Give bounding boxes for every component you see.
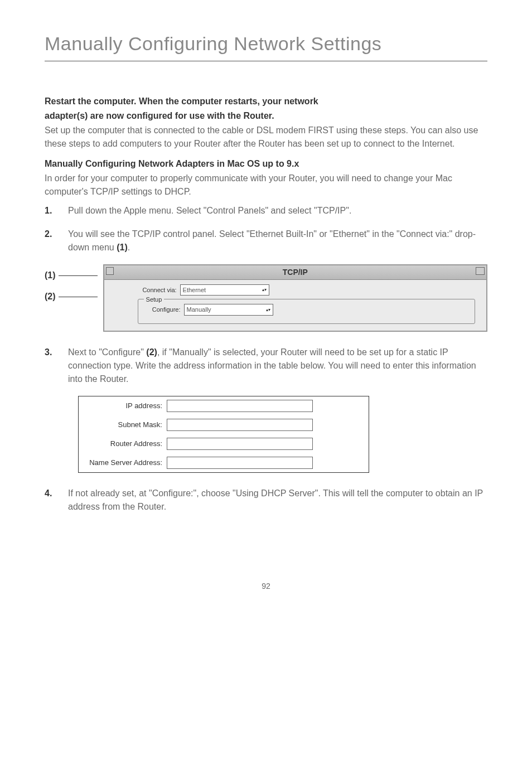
tcpip-diagram: (1) (2) TCP/IP Connect via: Ethernet ▴▾ …: [45, 264, 487, 332]
connect-via-select[interactable]: Ethernet ▴▾: [180, 284, 269, 296]
subnet-mask-input[interactable]: [167, 419, 313, 431]
step-4-number: 4.: [45, 487, 56, 514]
router-address-input[interactable]: [167, 438, 313, 450]
window-widget-icon[interactable]: [476, 267, 485, 275]
setup-paragraph: Set up the computer that is connected to…: [45, 124, 487, 151]
subnet-mask-label: Subnet Mask:: [84, 419, 167, 430]
step-1-text: Pull down the Apple menu. Select "Contro…: [68, 204, 487, 217]
step-3-number: 3.: [45, 346, 56, 386]
subnet-mask-row: Subnet Mask:: [79, 415, 369, 434]
setup-fieldset: Setup Configure: Manually ▴▾: [138, 299, 475, 324]
router-address-label: Router Address:: [84, 438, 167, 449]
chevron-updown-icon: ▴▾: [262, 287, 267, 293]
page-title: Manually Configuring Network Settings: [45, 30, 487, 58]
callout-2-line: [59, 297, 98, 297]
close-box-icon[interactable]: [106, 267, 114, 275]
step-2: 2. You will see the TCP/IP control panel…: [45, 227, 487, 254]
name-server-label: Name Server Address:: [84, 457, 167, 468]
connect-via-row: Connect via: Ethernet ▴▾: [138, 284, 475, 296]
step-3: 3. Next to "Configure" (2), if "Manually…: [45, 346, 487, 386]
callout-2: (2): [45, 290, 98, 303]
callout-1-text: (1): [45, 270, 56, 280]
restart-heading-line1: Restart the computer. When the computer …: [45, 95, 487, 108]
step-1: 1. Pull down the Apple menu. Select "Con…: [45, 204, 487, 217]
name-server-row: Name Server Address:: [79, 453, 369, 472]
configure-value: Manually: [187, 305, 211, 314]
step-4: 4. If not already set, at "Configure:", …: [45, 487, 487, 514]
callout-1-line: [59, 275, 98, 276]
configure-label: Configure:: [142, 305, 181, 314]
window-title: TCP/IP: [283, 268, 308, 277]
ip-address-input[interactable]: [167, 400, 313, 412]
name-server-input[interactable]: [167, 457, 313, 469]
configure-row: Configure: Manually ▴▾: [142, 304, 471, 316]
tcpip-window: TCP/IP Connect via: Ethernet ▴▾ Setup Co…: [103, 264, 487, 332]
manual-config-heading: Manually Configuring Network Adapters in…: [45, 157, 487, 171]
chevron-updown-icon: ▴▾: [266, 307, 270, 313]
setup-legend: Setup: [144, 295, 165, 304]
manual-intro-text: In order for your computer to properly c…: [45, 172, 487, 199]
tcpip-body: Connect via: Ethernet ▴▾ Setup Configure…: [104, 280, 486, 331]
callout-1: (1): [45, 269, 98, 282]
step-3-ref: (2): [146, 347, 157, 357]
step-3-text: Next to "Configure" (2), if "Manually" i…: [68, 346, 487, 386]
ip-address-row: IP address:: [79, 396, 369, 415]
callout-2-text: (2): [45, 292, 56, 301]
address-form-table: IP address: Subnet Mask: Router Address:…: [78, 396, 369, 473]
restart-heading-line2: adapter(s) are now configured for use wi…: [45, 109, 487, 123]
step-4-text: If not already set, at "Configure:", cho…: [68, 487, 487, 514]
router-address-row: Router Address:: [79, 434, 369, 453]
ip-address-label: IP address:: [84, 400, 167, 412]
step-1-number: 1.: [45, 204, 56, 217]
connect-via-value: Ethernet: [183, 285, 206, 295]
title-underline: [45, 61, 487, 61]
step-2-number: 2.: [45, 227, 56, 254]
diagram-callout-labels: (1) (2): [45, 264, 103, 303]
page-number: 92: [45, 580, 487, 592]
step-2-suffix: .: [128, 243, 130, 252]
step-2-ref: (1): [117, 243, 128, 252]
configure-select[interactable]: Manually ▴▾: [184, 304, 273, 316]
tcpip-titlebar: TCP/IP: [104, 265, 486, 280]
step-2-text: You will see the TCP/IP control panel. S…: [68, 227, 487, 254]
connect-via-label: Connect via:: [138, 285, 177, 295]
step-3-prefix: Next to "Configure": [68, 347, 146, 357]
